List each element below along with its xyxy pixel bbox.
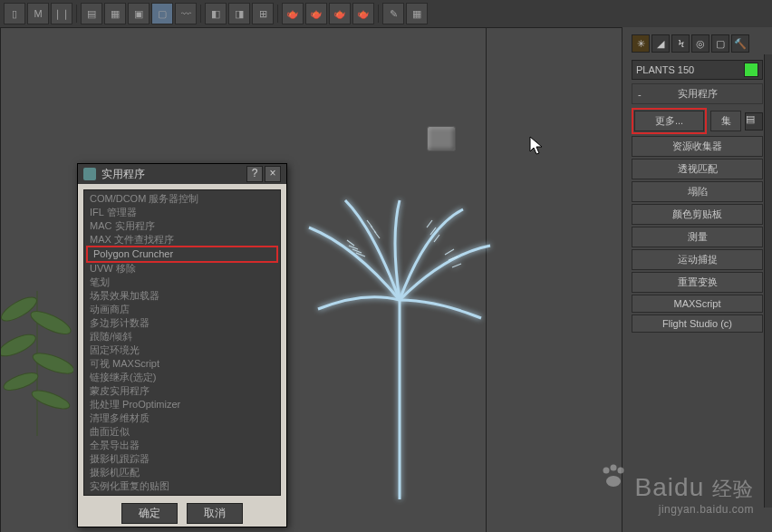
svg-point-7 (611, 465, 617, 471)
list-item[interactable]: 批处理 ProOptimizer (84, 398, 280, 411)
list-item[interactable]: 可视 MAXScript (84, 357, 280, 371)
toolbar-icon[interactable]: ▤ (81, 3, 102, 24)
list-item[interactable]: 场景效果加载器 (84, 289, 280, 303)
viewport-object-box (427, 126, 456, 151)
more-button[interactable]: 更多... (634, 111, 704, 131)
tab-modify-icon[interactable]: ◢ (651, 34, 670, 53)
toolbar-icon[interactable]: ▢ (151, 3, 173, 24)
rollout-title-text: 实用程序 (678, 87, 718, 101)
utility-button[interactable]: 资源收集器 (632, 136, 763, 157)
dialog-app-icon (83, 168, 96, 180)
toolbar-icon[interactable]: ◧ (205, 3, 227, 24)
tab-motion-icon[interactable]: ◎ (691, 34, 709, 53)
palm-tree-graphic (300, 191, 499, 508)
utilities-dialog: 实用程序 ? × COM/DCOM 服务器控制IFL 管理器MAC 实用程序MA… (77, 163, 287, 527)
svg-point-8 (618, 468, 624, 474)
utility-button[interactable]: 塌陷 (632, 181, 763, 202)
ok-button[interactable]: 确定 (121, 503, 178, 524)
list-item[interactable]: 清理多维材质 (84, 411, 280, 425)
list-item[interactable]: 曲面近似 (84, 425, 280, 439)
mouse-cursor-icon (529, 136, 545, 158)
watermark: Baidu 经验 jingyan.baidu.com (635, 473, 754, 516)
list-item[interactable]: 动画商店 (84, 303, 280, 316)
svg-point-1 (28, 307, 73, 339)
teapot-icon[interactable]: 🫖 (352, 3, 374, 24)
list-item[interactable]: 摄影机匹配 (84, 466, 280, 479)
svg-point-0 (1, 293, 40, 325)
utility-button[interactable]: 颜色剪贴板 (632, 204, 763, 225)
utility-button[interactable]: Flight Studio (c) (632, 314, 763, 333)
toolbar-icon[interactable]: ◨ (228, 3, 250, 24)
toolbar-icon[interactable]: ✎ (382, 3, 404, 24)
dialog-close-icon[interactable]: × (265, 166, 281, 182)
list-item[interactable]: COM/DCOM 服务器控制 (84, 192, 280, 206)
utility-button[interactable]: 透视匹配 (632, 159, 763, 179)
svg-point-5 (30, 387, 72, 412)
rollout-utilities-title[interactable]: - 实用程序 (632, 83, 763, 104)
dialog-titlebar[interactable]: 实用程序 ? × (78, 164, 286, 184)
list-item[interactable]: 链接继承(选定) (84, 371, 280, 384)
list-item[interactable]: MAC 实用程序 (84, 219, 280, 233)
watermark-suffix: 经验 (712, 478, 754, 500)
dialog-help-icon[interactable]: ? (246, 166, 263, 182)
rollout-collapse-icon: - (638, 89, 642, 100)
tab-hierarchy-icon[interactable]: Ϟ (671, 34, 690, 53)
list-item[interactable]: 通道信息 (84, 493, 280, 496)
list-item[interactable]: MAX 文件查找程序 (84, 233, 280, 247)
list-item[interactable]: 摄影机跟踪器 (84, 452, 280, 466)
utility-button[interactable]: MAXScript (632, 295, 763, 313)
object-name-field[interactable]: PLANTS 150 (632, 60, 763, 80)
object-color-swatch[interactable] (744, 63, 758, 77)
panel-scrollbar[interactable] (764, 54, 772, 508)
svg-point-4 (2, 370, 40, 394)
watermark-url: jingyan.baidu.com (635, 503, 754, 516)
svg-point-3 (31, 349, 73, 377)
dialog-title-text: 实用程序 (101, 167, 145, 182)
list-item[interactable]: 实例化重复的贴图 (84, 479, 280, 493)
utilities-listbox[interactable]: COM/DCOM 服务器控制IFL 管理器MAC 实用程序MAX 文件查找程序P… (83, 189, 281, 496)
list-item[interactable]: UVW 移除 (84, 262, 280, 276)
sets-button[interactable]: 集 (710, 111, 741, 131)
object-name-text: PLANTS 150 (636, 64, 694, 75)
tab-display-icon[interactable]: ▢ (711, 34, 729, 53)
list-item[interactable]: 跟随/倾斜 (84, 330, 280, 343)
highlight-more-button: 更多... (632, 108, 707, 134)
top-toolbar: ▯ M ❘❘ ▤ ▦ ▣ ▢ 〰 ◧ ◨ ⊞ 🫖 🫖 🫖 🫖 ✎ ▦ (0, 0, 772, 28)
watermark-brand-du: du (674, 473, 704, 501)
svg-point-2 (1, 330, 38, 360)
paw-icon (600, 463, 627, 488)
toolbar-icon[interactable]: ❘❘ (51, 3, 72, 24)
command-panel: ✳ ◢ Ϟ ◎ ▢ 🔨 PLANTS 150 - 实用程序 更多... 集 ▤ … (622, 27, 772, 532)
plant-left-graphic (1, 273, 73, 436)
cancel-button[interactable]: 取消 (187, 503, 243, 524)
toolbar-icon[interactable]: ⊞ (252, 3, 274, 24)
list-item[interactable]: 全景导出器 (84, 439, 280, 452)
watermark-brand: Bai (635, 473, 674, 501)
config-sets-icon[interactable]: ▤ (745, 112, 763, 131)
toolbar-icon[interactable]: ▦ (406, 3, 428, 24)
toolbar-icon[interactable]: ▣ (128, 3, 150, 24)
list-item[interactable]: IFL 管理器 (84, 206, 280, 219)
teapot-icon[interactable]: 🫖 (329, 3, 351, 24)
toolbar-icon[interactable]: M (27, 3, 49, 24)
tab-utilities-icon[interactable]: 🔨 (731, 34, 749, 53)
toolbar-icon[interactable]: ▦ (104, 3, 126, 24)
utility-button[interactable]: 运动捕捉 (632, 249, 763, 270)
svg-point-9 (606, 476, 621, 487)
toolbar-icon[interactable]: 〰 (175, 3, 197, 24)
list-item[interactable]: Polygon Cruncher (86, 246, 278, 263)
teapot-icon[interactable]: 🫖 (282, 3, 304, 24)
tab-create-icon[interactable]: ✳ (632, 34, 650, 53)
list-item[interactable]: 固定环境光 (84, 343, 280, 357)
utility-button[interactable]: 测量 (632, 227, 763, 247)
svg-point-6 (603, 468, 610, 474)
teapot-icon[interactable]: 🫖 (305, 3, 327, 24)
list-item[interactable]: 蒙皮实用程序 (84, 384, 280, 398)
list-item[interactable]: 多边形计数器 (84, 316, 280, 330)
toolbar-icon[interactable]: ▯ (4, 3, 25, 24)
utility-button[interactable]: 重置变换 (632, 272, 763, 293)
command-panel-tabs: ✳ ◢ Ϟ ◎ ▢ 🔨 (624, 31, 770, 56)
list-item[interactable]: 笔划 (84, 276, 280, 289)
